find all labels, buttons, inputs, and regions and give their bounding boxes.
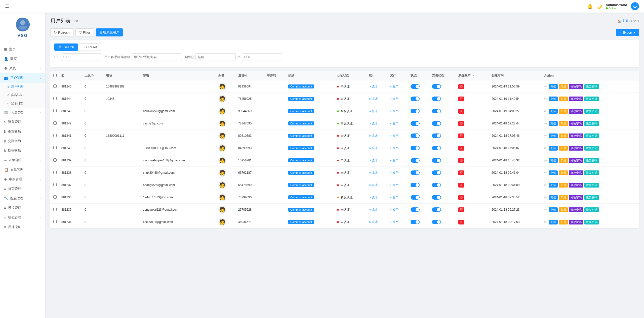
- status-toggle[interactable]: [411, 121, 420, 126]
- trade-status-toggle[interactable]: [432, 121, 441, 126]
- change-pwd-button[interactable]: 修改密码: [569, 207, 583, 212]
- breadcrumb-home[interactable]: 主页: [622, 19, 628, 23]
- edit-icon[interactable]: ✏: [544, 220, 547, 224]
- sidebar-item-home[interactable]: ⊞ 主页: [0, 44, 45, 54]
- assets-link[interactable]: » 资产: [390, 97, 398, 101]
- date-from-input[interactable]: [195, 53, 236, 61]
- row-checkbox[interactable]: [53, 121, 57, 125]
- edit-icon[interactable]: ✏: [544, 84, 547, 88]
- sidebar-item-risk[interactable]: ≡ 风控管理 ‹: [0, 203, 45, 213]
- stats-link[interactable]: » 统计: [369, 183, 378, 187]
- assets-link[interactable]: » 资产: [390, 183, 398, 187]
- row-checkbox[interactable]: [53, 183, 57, 186]
- sidebar-item-proxy[interactable]: 🏢 代理管理 ‹: [0, 108, 45, 117]
- frozen-button[interactable]: 归属: [559, 97, 568, 101]
- edit-icon[interactable]: ✏: [544, 109, 547, 113]
- search-button[interactable]: 🔍 Search: [54, 43, 78, 51]
- row-checkbox[interactable]: [53, 109, 57, 112]
- sidebar-item-doc[interactable]: 📋 文章管理 ‹: [0, 165, 45, 174]
- sidebar-item-contract[interactable]: ₿ 交割合约 ‹: [0, 136, 45, 146]
- trade-status-toggle[interactable]: [432, 170, 441, 175]
- stats-link[interactable]: » 统计: [369, 220, 378, 224]
- charge-button[interactable]: 充值: [549, 207, 558, 212]
- assets-link[interactable]: » 资产: [390, 85, 398, 88]
- stats-link[interactable]: » 统计: [369, 122, 378, 125]
- status-toggle[interactable]: [411, 195, 420, 200]
- sidebar-item-futures[interactable]: ₿ 期权交易 ‹: [0, 146, 45, 155]
- assets-link[interactable]: » 资产: [390, 196, 398, 199]
- reset-button[interactable]: ↺ Reset: [80, 43, 101, 51]
- sidebar-item-finance[interactable]: $ 财务管理 ‹: [0, 117, 45, 127]
- row-checkbox[interactable]: [53, 195, 57, 199]
- row-checkbox[interactable]: [53, 84, 57, 88]
- change-pwd-button[interactable]: 修改密码: [569, 146, 583, 151]
- trade-status-toggle[interactable]: [432, 133, 441, 138]
- charge-button[interactable]: 充值: [549, 97, 558, 101]
- status-toggle[interactable]: [411, 170, 420, 175]
- restore-pwd-button[interactable]: 恢复密码: [584, 195, 599, 200]
- moon-icon[interactable]: 🌙: [596, 4, 602, 9]
- charge-button[interactable]: 充值: [549, 220, 558, 224]
- sidebar-item-merchant[interactable]: 👤 商家 ‹: [0, 54, 45, 64]
- frozen-button[interactable]: 归属: [559, 146, 568, 151]
- assets-link[interactable]: » 资产: [390, 220, 398, 224]
- frozen-button[interactable]: 归属: [559, 84, 568, 89]
- sidebar-item-home-mgmt[interactable]: ≡ 首页管理 ‹: [0, 184, 45, 194]
- change-pwd-button[interactable]: 修改密码: [569, 109, 583, 114]
- edit-icon[interactable]: ✏: [544, 171, 547, 175]
- status-toggle[interactable]: [411, 84, 420, 89]
- edit-icon[interactable]: ✏: [544, 183, 547, 187]
- frozen-button[interactable]: 归属: [559, 183, 568, 188]
- restore-pwd-button[interactable]: 恢复密码: [584, 170, 599, 175]
- change-pwd-button[interactable]: 修改密码: [569, 170, 583, 175]
- charge-button[interactable]: 充值: [549, 133, 558, 138]
- power-button[interactable]: ⏻: [631, 2, 639, 10]
- change-pwd-button[interactable]: 修改密码: [569, 158, 583, 163]
- restore-pwd-button[interactable]: 恢复密码: [584, 183, 599, 188]
- trade-status-toggle[interactable]: [432, 158, 441, 163]
- trade-status-toggle[interactable]: [432, 195, 441, 200]
- restore-pwd-button[interactable]: 恢复密码: [584, 97, 599, 101]
- row-checkbox[interactable]: [53, 134, 57, 137]
- frozen-button[interactable]: 归属: [559, 133, 568, 138]
- assets-link[interactable]: » 资产: [390, 122, 398, 125]
- frozen-button[interactable]: 归属: [559, 109, 568, 114]
- stats-link[interactable]: » 统计: [369, 146, 378, 150]
- stats-link[interactable]: » 统计: [369, 109, 378, 113]
- trade-status-toggle[interactable]: [432, 109, 441, 113]
- row-checkbox[interactable]: [53, 220, 57, 223]
- trade-status-toggle[interactable]: [432, 207, 441, 212]
- edit-icon[interactable]: ✏: [544, 134, 547, 138]
- edit-icon[interactable]: ✏: [544, 158, 547, 162]
- frozen-button[interactable]: 归属: [559, 220, 568, 224]
- frozen-button[interactable]: 归属: [559, 121, 568, 126]
- charge-button[interactable]: 充值: [549, 158, 558, 163]
- sidebar-item-system[interactable]: ⚙ 系统 ‹: [0, 64, 45, 73]
- trade-status-toggle[interactable]: [432, 146, 441, 150]
- frozen-button[interactable]: 归属: [559, 170, 568, 175]
- assets-link[interactable]: » 资产: [390, 134, 398, 138]
- filter-button[interactable]: ▽ Filter: [75, 28, 94, 36]
- export-button[interactable]: ↑ Export ▾: [616, 29, 639, 36]
- new-user-button[interactable]: 新增系统用户: [96, 28, 123, 36]
- status-toggle[interactable]: [411, 97, 420, 101]
- bell-icon[interactable]: 🔔: [587, 4, 593, 9]
- stats-link[interactable]: » 统计: [369, 134, 378, 138]
- charge-button[interactable]: 充值: [549, 84, 558, 89]
- restore-pwd-button[interactable]: 恢复密码: [584, 121, 599, 126]
- restore-pwd-button[interactable]: 恢复密码: [584, 109, 599, 114]
- restore-pwd-button[interactable]: 恢复密码: [584, 158, 599, 163]
- sidebar-item-apply[interactable]: ⊕ 申购管理 ‹: [0, 174, 45, 184]
- trade-status-toggle[interactable]: [432, 84, 441, 89]
- username-input[interactable]: [132, 53, 182, 61]
- sidebar-item-config[interactable]: 🔧 配置管理 ‹: [0, 194, 45, 203]
- sidebar-item-crypto[interactable]: ₿ 币市交易 ‹: [0, 127, 45, 136]
- change-pwd-button[interactable]: 修改密码: [569, 84, 583, 89]
- status-toggle[interactable]: [411, 183, 420, 187]
- trade-status-toggle[interactable]: [432, 183, 441, 187]
- assets-link[interactable]: » 资产: [390, 208, 398, 211]
- edit-icon[interactable]: ✏: [544, 208, 547, 212]
- date-to-input[interactable]: [242, 53, 282, 61]
- restore-pwd-button[interactable]: 恢复密码: [584, 133, 599, 138]
- stats-link[interactable]: » 统计: [369, 85, 378, 88]
